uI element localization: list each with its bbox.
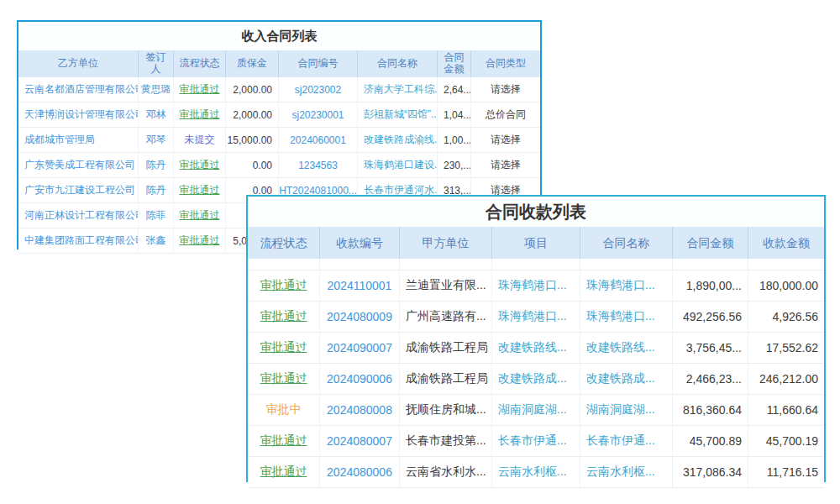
project-name[interactable]: 长春市伊通... <box>492 426 580 456</box>
contract-amount: 1,890,00... <box>673 270 748 301</box>
table-row: 审批通过2024080007长春市建投第...长春市伊通...长春市伊通...4… <box>248 426 824 457</box>
workflow-status[interactable]: 审批通过 <box>248 302 320 332</box>
project-name-header: 项目 <box>492 227 580 259</box>
workflow-status[interactable]: 审批通过 <box>174 203 226 228</box>
party-a-name: 成渝铁路工程局 <box>400 333 492 363</box>
spacer-cell <box>320 259 400 270</box>
project-name[interactable]: 改建铁路成... <box>492 364 580 394</box>
workflow-status[interactable]: 审批通过 <box>248 333 320 363</box>
party-a-name: 长春市建投第... <box>400 426 492 456</box>
party-a-name-header: 甲方单位 <box>400 227 492 259</box>
signer-name[interactable]: 邓琴 <box>139 128 174 152</box>
workflow-status[interactable]: 审批通过 <box>248 457 320 487</box>
party-b-name[interactable]: 云南名都酒店管理有限公司 <box>18 77 139 102</box>
table-row: 成都城市管理局邓琴未提交15,000.002024060001改建铁路成渝线..… <box>18 128 540 153</box>
project-name[interactable]: 珠海鹤港口... <box>492 270 580 301</box>
table-row: 审批通过2024090006成渝铁路工程局改建铁路成...改建铁路成...2,4… <box>248 364 824 395</box>
table-row: 审批中2024080008抚顺住房和城...湖南洞庭湖...湖南洞庭湖...81… <box>248 395 824 426</box>
receipt-table-body: 审批通过2024110001兰迪置业有限...珠海鹤港口...珠海鹤港口...1… <box>248 259 824 488</box>
contract-name-header: 合同名称 <box>580 227 673 259</box>
workflow-status[interactable]: 审批中 <box>248 395 320 425</box>
contract-name-header: 合同名称 <box>358 50 438 77</box>
table-row: 云南名都酒店管理有限公司黄思璐审批通过2,000.00sj2023002济南大学… <box>18 77 540 102</box>
signer-name[interactable]: 陈菲 <box>139 203 174 228</box>
party-b-name[interactable]: 广东赞美成工程有限公司 <box>18 153 139 177</box>
receipt-contract-window: 合同收款列表 流程状态收款编号甲方单位项目合同名称合同金额收款金额 审批通过20… <box>246 195 826 482</box>
workflow-status[interactable]: 审批通过 <box>248 270 320 301</box>
contract-type[interactable]: 请选择 <box>471 128 540 152</box>
contract-type[interactable]: 请选择 <box>471 153 540 177</box>
workflow-status[interactable]: 审批通过 <box>248 426 320 456</box>
party-b-name[interactable]: 中建集团路面工程有限公司 <box>18 228 139 253</box>
contract-amount: 230,... <box>438 153 471 177</box>
contract-number[interactable]: 2024060001 <box>279 128 358 152</box>
spacer-cell <box>400 259 492 270</box>
contract-name[interactable]: 改建铁路线... <box>580 333 673 363</box>
contract-type[interactable]: 总价合同 <box>471 102 540 127</box>
workflow-status[interactable]: 审批通过 <box>174 102 226 127</box>
contract-name[interactable]: 珠海鹤港口... <box>580 302 673 332</box>
signer-name[interactable]: 邓林 <box>139 102 174 127</box>
table-row: 审批通过2024080009广州高速路有...珠海鹤港口...珠海鹤港口...4… <box>248 302 824 333</box>
contract-name[interactable]: 改建铁路成... <box>580 364 673 394</box>
signer-name[interactable]: 张鑫 <box>139 228 174 253</box>
contract-amount: 2,64... <box>438 77 471 102</box>
contract-amount: 492,256.56 <box>673 302 748 332</box>
receipt-window-title: 合同收款列表 <box>248 197 824 227</box>
contract-name[interactable]: 湖南洞庭湖... <box>580 395 673 425</box>
workflow-status[interactable]: 审批通过 <box>174 77 226 102</box>
contract-number-header: 合同编号 <box>279 50 358 77</box>
party-b-name[interactable]: 天津博润设计管理有限公司 <box>18 102 139 127</box>
contract-name[interactable]: 珠海鹤港口建设... <box>358 153 438 177</box>
signer-name[interactable]: 黄思璐 <box>139 77 174 102</box>
contract-amount: 1,04... <box>438 102 471 127</box>
workflow-status[interactable]: 审批通过 <box>174 153 226 177</box>
receipt-number[interactable]: 2024080009 <box>320 302 400 332</box>
workflow-status-header: 流程状态 <box>248 227 320 259</box>
receipt-header-row: 流程状态收款编号甲方单位项目合同名称合同金额收款金额 <box>248 227 824 259</box>
workflow-status[interactable]: 审批通过 <box>248 364 320 394</box>
contract-name[interactable]: 云南水利枢... <box>580 457 673 487</box>
receipt-number[interactable]: 2024080007 <box>320 426 400 456</box>
signer-name-header: 签订人 <box>139 50 174 77</box>
party-a-name: 成渝铁路工程局 <box>400 364 492 394</box>
receipt-number[interactable]: 2024090006 <box>320 364 400 394</box>
warranty-deposit: 0.00 <box>226 153 279 177</box>
contract-number[interactable]: sj20230001 <box>279 102 358 127</box>
contract-name[interactable]: 改建铁路成渝线... <box>358 128 438 152</box>
table-row: 审批通过2024110001兰迪置业有限...珠海鹤港口...珠海鹤港口...1… <box>248 270 824 302</box>
party-b-name[interactable]: 成都城市管理局 <box>18 128 139 152</box>
contract-amount: 45,700.89 <box>673 426 748 456</box>
workflow-status[interactable]: 审批通过 <box>174 178 226 202</box>
contract-type-header: 合同类型 <box>471 50 540 77</box>
project-name[interactable]: 改建铁路线... <box>492 333 580 363</box>
contract-type[interactable]: 请选择 <box>471 77 540 102</box>
party-a-name: 云南省水利水... <box>400 457 492 487</box>
contract-amount: 1,00... <box>438 128 471 152</box>
receipt-number[interactable]: 2024090007 <box>320 333 400 363</box>
receipt-number[interactable]: 2024080006 <box>320 457 400 487</box>
contract-name[interactable]: 彭祖新城“四馆”... <box>358 102 438 127</box>
contract-name[interactable]: 长春市伊通... <box>580 426 673 456</box>
party-b-name[interactable]: 广安市九江建设工程公司 <box>18 178 139 202</box>
receipt-amount: 17,552.62 <box>748 333 824 363</box>
spacer-cell <box>673 259 748 270</box>
contract-amount: 317,086.34 <box>673 457 748 487</box>
table-row: 广东赞美成工程有限公司陈丹审批通过0.001234563珠海鹤港口建设...23… <box>18 153 540 178</box>
receipt-number[interactable]: 2024110001 <box>320 270 400 301</box>
project-name[interactable]: 湖南洞庭湖... <box>492 395 580 425</box>
project-name[interactable]: 云南水利枢... <box>492 457 580 487</box>
signer-name[interactable]: 陈丹 <box>139 178 174 202</box>
contract-number[interactable]: sj2023002 <box>279 77 358 102</box>
contract-name[interactable]: 济南大学工科综... <box>358 77 438 102</box>
project-name[interactable]: 珠海鹤港口... <box>492 302 580 332</box>
receipt-number[interactable]: 2024080008 <box>320 395 400 425</box>
signer-name[interactable]: 陈丹 <box>139 153 174 177</box>
contract-number[interactable]: 1234563 <box>279 153 358 177</box>
contract-amount: 816,360.64 <box>673 395 748 425</box>
workflow-status[interactable]: 审批通过 <box>174 228 226 253</box>
contract-name[interactable]: 珠海鹤港口... <box>580 270 673 301</box>
workflow-status[interactable]: 未提交 <box>174 128 226 152</box>
workflow-status-header: 流程状态 <box>174 50 226 77</box>
party-b-name[interactable]: 河南正林设计工程有限公司 <box>18 203 139 228</box>
